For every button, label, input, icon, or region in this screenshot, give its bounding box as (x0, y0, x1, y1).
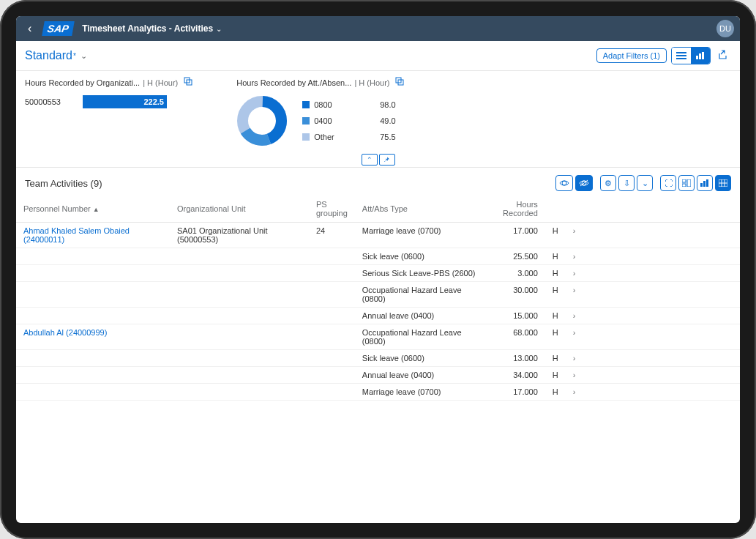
row-nav-button[interactable]: › (566, 367, 583, 384)
hide-filters-button[interactable] (575, 175, 593, 191)
row-nav-button[interactable]: › (566, 265, 583, 282)
variant-selector[interactable]: Standard * ⌄ (25, 49, 87, 62)
row-spacer (583, 324, 740, 350)
personnel-cell (16, 282, 170, 308)
org-unit-cell: SA01 Organizational Unit (50000553) (170, 223, 309, 248)
svg-point-14 (562, 181, 566, 185)
personnel-cell (16, 308, 170, 324)
org-unit-cell (170, 282, 309, 308)
table-row: Serious Sick Leave-PBS (2600)3.000H› (16, 265, 740, 282)
col-org-unit[interactable]: Organizational Unit (170, 196, 309, 223)
row-nav-button[interactable]: › (566, 308, 583, 324)
show-filters-button[interactable] (555, 175, 573, 191)
unit-cell: H (545, 324, 566, 350)
personnel-cell[interactable]: Ahmad Khaled Salem Obaied (24000011) (16, 223, 170, 248)
legend-item[interactable]: Other 75.5 (302, 133, 395, 141)
unit-cell: H (545, 265, 566, 282)
chart-table-button[interactable] (697, 175, 713, 191)
donut-chart[interactable] (236, 95, 288, 146)
legend-item[interactable]: 0400 49.0 (302, 116, 395, 125)
svg-rect-17 (682, 179, 686, 182)
row-nav-button[interactable]: › (566, 282, 583, 308)
att-abs-cell: Serious Sick Leave-PBS (2600) (355, 265, 483, 282)
col-ps-grouping[interactable]: PS grouping (309, 196, 355, 223)
ps-group-cell (309, 248, 355, 265)
table-row: Sick leave (0600)13.000H› (16, 350, 740, 367)
expand-chart-icon[interactable] (184, 77, 192, 88)
ps-group-cell: 24 (309, 223, 355, 248)
grid-table-button[interactable] (715, 175, 731, 191)
table-body: Ahmad Khaled Salem Obaied (24000011)SA01… (16, 223, 740, 401)
filter-bar: Standard * ⌄ Adapt Filters (1) (16, 41, 740, 71)
row-nav-button[interactable]: › (566, 248, 583, 265)
table-row: Annual leave (0400)15.000H› (16, 308, 740, 324)
unit-cell: H (545, 308, 566, 324)
group-view-button[interactable] (678, 175, 695, 191)
chart-title: Hours Recorded by Att./Absen... (236, 78, 351, 87)
share-button[interactable] (715, 50, 731, 62)
hours-cell: 68.000 (483, 324, 545, 350)
variant-label: Standard (25, 49, 72, 62)
att-abs-cell: Annual leave (0400) (355, 367, 483, 384)
org-unit-cell (170, 350, 309, 367)
chevron-down-icon: ⌄ (81, 51, 87, 61)
row-nav-button[interactable]: › (566, 223, 583, 248)
legend-swatch (302, 133, 310, 141)
title-dropdown-icon[interactable]: ⌄ (216, 25, 222, 33)
pin-chart-button[interactable]: 📌︎ (379, 154, 395, 166)
bar-chart[interactable]: 50000553 222.5 (25, 95, 192, 108)
col-att-abs-type[interactable]: Att/Abs Type (355, 196, 483, 223)
hours-cell: 25.500 (483, 248, 545, 265)
table-title: Team Activities (9) (25, 178, 102, 189)
svg-rect-1 (676, 55, 686, 56)
export-menu-button[interactable]: ⌄ (637, 175, 653, 191)
chart-title: Hours Recorded by Organizati... (25, 78, 140, 87)
row-nav-button[interactable]: › (566, 324, 583, 350)
fullscreen-button[interactable]: ⛶ (660, 175, 676, 191)
hours-cell: 34.000 (483, 367, 545, 384)
user-avatar[interactable]: DU (716, 20, 734, 37)
tablet-frame: ‹ SAP Timesheet Analytics - Activities ⌄… (0, 0, 756, 539)
adapt-filters-button[interactable]: Adapt Filters (1) (596, 48, 667, 63)
list-view-button[interactable] (672, 48, 691, 64)
org-unit-cell (170, 384, 309, 401)
collapse-handle: ⌃ 📌︎ (16, 152, 740, 168)
ps-group-cell (309, 384, 355, 401)
sort-asc-icon: ▲ (93, 206, 100, 213)
unit-cell: H (545, 248, 566, 265)
legend-label: 0800 (314, 100, 380, 109)
svg-rect-21 (703, 181, 706, 187)
org-unit-cell (170, 367, 309, 384)
export-button[interactable]: ⇩ (618, 175, 635, 191)
row-nav-button[interactable]: › (566, 350, 583, 367)
hours-cell: 15.000 (483, 308, 545, 324)
svg-point-13 (250, 108, 274, 133)
personnel-cell[interactable]: Abdullah Al (24000999) (16, 324, 170, 350)
chart-hours-by-org: Hours Recorded by Organizati... | H (Hou… (25, 77, 192, 146)
hours-cell: 30.000 (483, 282, 545, 308)
chart-view-button[interactable] (691, 48, 710, 64)
table-row: Sick leave (0600)25.500H› (16, 248, 740, 265)
legend-swatch (302, 117, 310, 124)
expand-chart-icon[interactable] (395, 77, 404, 88)
table-container: Personnel Number▲ Organizational Unit PS… (16, 196, 740, 523)
legend-item[interactable]: 0800 98.0 (302, 100, 395, 109)
personnel-cell (16, 350, 170, 367)
settings-button[interactable]: ⚙ (600, 175, 616, 191)
variant-dirty-indicator: * (73, 52, 76, 60)
view-toggle-group (671, 47, 711, 64)
col-nav (566, 196, 583, 223)
bar-segment: 222.5 (83, 95, 167, 108)
col-personnel[interactable]: Personnel Number▲ (16, 196, 170, 223)
unit-cell: H (545, 367, 566, 384)
ps-group-cell (309, 367, 355, 384)
back-button[interactable]: ‹ (22, 22, 37, 35)
row-nav-button[interactable]: › (566, 384, 583, 401)
att-abs-cell: Annual leave (0400) (355, 308, 483, 324)
chart-hours-by-att-abs: Hours Recorded by Att./Absen... | H (Hou… (236, 77, 404, 146)
collapse-chart-button[interactable]: ⌃ (362, 154, 378, 166)
col-hours-recorded[interactable]: Hours Recorded (483, 196, 545, 223)
row-spacer (583, 282, 740, 308)
col-unit (545, 196, 566, 223)
svg-rect-5 (702, 52, 704, 59)
